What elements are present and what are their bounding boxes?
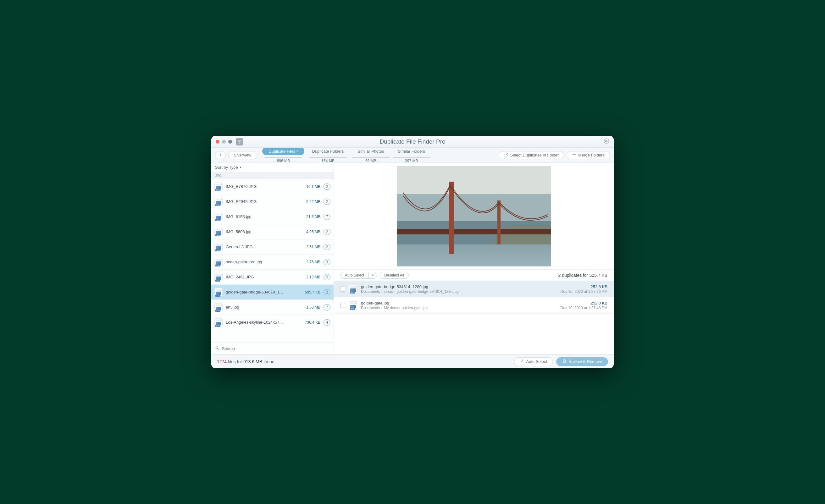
svg-point-4 xyxy=(506,154,506,155)
file-row[interactable]: JPGen5.jpg1.53 MB7 xyxy=(211,300,333,315)
file-thumbnail-icon: JPG xyxy=(214,243,223,251)
duplicate-name: golden-gate.jpg xyxy=(361,301,557,306)
file-row[interactable]: JPGIMG_E2945.JPG6.42 MB2 xyxy=(211,194,333,209)
duplicate-count-badge: 4 xyxy=(323,319,330,326)
duplicate-count-badge: 7 xyxy=(323,214,330,220)
duplicate-count-badge: 2 xyxy=(323,274,330,280)
search-row xyxy=(211,342,333,354)
auto-select-dropdown[interactable]: ▼ xyxy=(369,272,377,279)
app-icon xyxy=(236,138,243,146)
tab-column: Duplicate Files▾696 MB xyxy=(262,147,304,163)
footer-auto-select-button[interactable]: Auto Select xyxy=(514,357,553,366)
zoom-window-button[interactable] xyxy=(228,140,232,144)
duplicate-meta: 252.8 KBDec 10, 2020 at 1:27:48 PM xyxy=(560,301,607,310)
chevron-down-icon: ▼ xyxy=(371,274,374,277)
footer-file-count: 1274 xyxy=(217,359,227,364)
file-size: 1.53 MB xyxy=(306,305,320,310)
file-thumbnail-icon: JPG xyxy=(214,183,223,191)
duplicate-count-badge: 7 xyxy=(323,304,330,311)
file-row[interactable]: JPGgolden-gate-bridge-534614_1...505.7 K… xyxy=(211,285,333,300)
review-remove-button[interactable]: Review & Remove xyxy=(556,357,608,366)
rss-icon[interactable] xyxy=(604,138,609,145)
file-row[interactable]: JPGGeneral 3.JPG2.61 MB2 xyxy=(211,239,333,255)
tab-duplicate-files[interactable]: Duplicate Files▾ xyxy=(262,147,304,155)
duplicate-count-badge: 2 xyxy=(323,244,330,250)
svg-point-2 xyxy=(604,139,609,143)
review-remove-label: Review & Remove xyxy=(569,359,602,364)
auto-select-split-button: Auto Select ▼ xyxy=(340,272,377,279)
file-thumbnail-icon: JPG xyxy=(214,288,223,296)
file-row[interactable]: JPGIMG_E7876.JPG10.1 MB2 xyxy=(211,179,333,194)
body: Sort by Type ▼ JPG JPGIMG_E7876.JPG10.1 … xyxy=(211,163,614,354)
app-title: Duplicate File Finder Pro xyxy=(379,138,445,145)
overview-button[interactable]: Overview xyxy=(228,151,257,159)
svg-point-5 xyxy=(216,347,218,349)
chevron-right-icon: › xyxy=(381,306,383,310)
close-window-button[interactable] xyxy=(216,140,219,144)
duplicate-row[interactable]: JPGgolden-gate.jpgDocuments›My docs›gold… xyxy=(334,297,614,314)
select-duplicates-label: Select Duplicates in Folder xyxy=(510,153,559,157)
tab-similar-folders[interactable]: Similar Folders xyxy=(391,147,431,155)
file-list[interactable]: JPGIMG_E7876.JPG10.1 MB2JPGIMG_E2945.JPG… xyxy=(211,179,333,342)
duplicate-checkbox[interactable] xyxy=(340,286,345,291)
duplicate-checkbox[interactable] xyxy=(340,303,345,308)
merge-folders-button[interactable]: Merge Folders xyxy=(567,151,610,159)
deselect-all-button[interactable]: Deselect All xyxy=(379,272,409,279)
file-size: 2.13 MB xyxy=(306,275,320,279)
merge-icon xyxy=(572,152,576,158)
minimize-window-button[interactable] xyxy=(222,140,226,144)
chevron-right-icon: › xyxy=(381,289,383,294)
footer-total-size: 913.6 MB xyxy=(243,359,262,364)
file-row[interactable]: JPGIMG_5608.jpg4.95 MB2 xyxy=(211,224,333,239)
file-row[interactable]: JPGIMG_2461.JPG2.13 MB2 xyxy=(211,270,333,285)
tab-size: 154 MB xyxy=(321,159,334,163)
toolbar: Overview Duplicate Files▾696 MBDuplicate… xyxy=(211,148,614,163)
tab-label: Similar Photos xyxy=(358,149,384,154)
file-name: IMG_6153.jpg xyxy=(226,214,303,219)
file-thumbnail-icon: JPG xyxy=(349,285,357,293)
search-input[interactable] xyxy=(222,346,330,351)
auto-select-button[interactable]: Auto Select xyxy=(340,272,369,279)
file-thumbnail-icon: JPG xyxy=(214,228,223,236)
footer: 1274 files for 913.6 MB found Auto Selec… xyxy=(211,354,614,368)
duplicate-count-badge: 2 xyxy=(323,229,330,235)
duplicate-size: 252.8 KB xyxy=(591,284,608,289)
tab-label: Similar Folders xyxy=(398,149,425,154)
file-name: en5.jpg xyxy=(226,305,303,310)
file-row[interactable]: JPGLos-Angeles-skyline-1024x57...736.4 K… xyxy=(211,315,333,330)
file-row[interactable]: JPGocean-palm-tree.jpg3.76 MB3 xyxy=(211,255,333,270)
duplicate-row[interactable]: JPGgolden-gate-bridge-534614_1280.jpgDoc… xyxy=(334,281,614,297)
sort-dropdown[interactable]: Sort by Type ▼ xyxy=(211,163,333,172)
preview-image xyxy=(397,166,551,266)
target-icon xyxy=(237,140,242,144)
search-icon xyxy=(215,346,219,352)
tab-label: Duplicate Folders xyxy=(312,149,344,154)
file-size: 10.1 MB xyxy=(306,184,320,189)
chevron-right-icon: › xyxy=(394,289,395,294)
content: Auto Select ▼ Deselect All 2 duplicates … xyxy=(334,163,614,354)
file-thumbnail-icon: JPG xyxy=(214,318,223,327)
duplicate-list: JPGgolden-gate-bridge-534614_1280.jpgDoc… xyxy=(334,281,614,354)
app-window: Duplicate File Finder Pro Overview Dupli… xyxy=(211,136,614,368)
tab-underline xyxy=(309,157,347,158)
select-duplicates-in-folder-button[interactable]: Select Duplicates in Folder xyxy=(499,151,565,159)
file-name: IMG_E2945.JPG xyxy=(226,199,303,204)
chevron-right-icon: › xyxy=(399,306,400,310)
back-button[interactable] xyxy=(215,151,226,159)
file-name: IMG_E7876.JPG xyxy=(226,184,303,189)
sort-label: Sort by Type xyxy=(215,165,238,170)
merge-folders-label: Merge Folders xyxy=(578,153,605,157)
file-size: 736.4 KB xyxy=(305,320,320,325)
top-tabs: Duplicate Files▾696 MBDuplicate Folders1… xyxy=(262,147,431,163)
duplicate-count-badge: 2 xyxy=(323,198,330,205)
file-size: 6.42 MB xyxy=(306,199,320,204)
file-name: IMG_2461.JPG xyxy=(226,275,303,279)
tab-label: Duplicate Files xyxy=(269,149,295,154)
footer-auto-select-label: Auto Select xyxy=(526,359,547,364)
chevron-down-icon: ▼ xyxy=(239,166,242,169)
tab-duplicate-folders[interactable]: Duplicate Folders xyxy=(306,147,350,155)
file-row[interactable]: JPGIMG_6153.jpg21.3 MB7 xyxy=(211,209,333,224)
tab-underline xyxy=(393,157,431,158)
tab-similar-photos[interactable]: Similar Photos xyxy=(352,147,390,155)
window-controls xyxy=(216,140,232,144)
